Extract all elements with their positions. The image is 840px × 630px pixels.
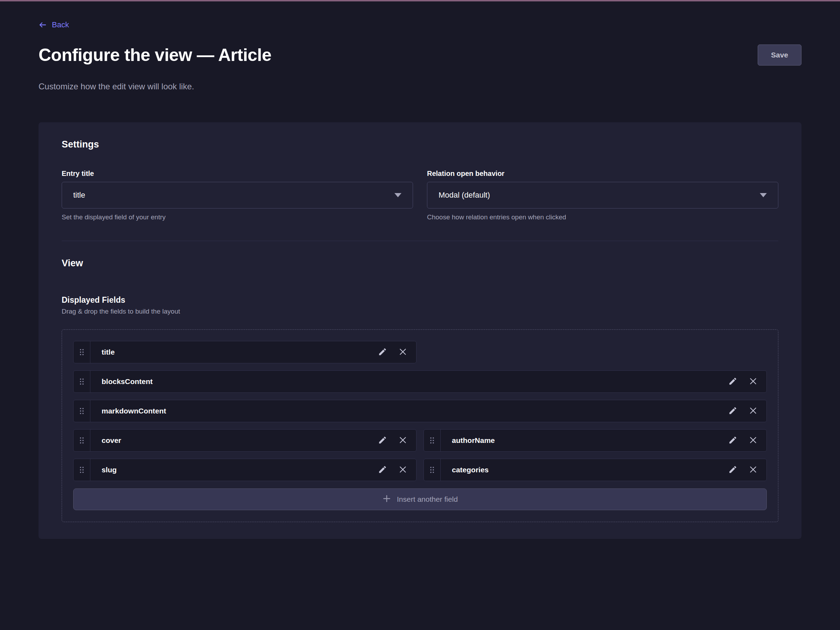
field-row-actions: [375, 341, 416, 363]
field-row-actions: [375, 429, 416, 451]
remove-field-button[interactable]: [745, 403, 761, 419]
page-subtitle: Customize how the edit view will look li…: [38, 82, 802, 92]
remove-field-button[interactable]: [395, 433, 411, 448]
field-row: markdownContent: [73, 400, 767, 422]
drag-handle-icon[interactable]: [74, 371, 90, 392]
chevron-down-icon: [760, 193, 767, 197]
plus-icon: [382, 494, 391, 505]
field-row-actions: [375, 459, 416, 481]
back-link[interactable]: Back: [38, 21, 69, 30]
header-row: Configure the view — Article Save: [38, 44, 802, 66]
entry-title-hint: Set the displayed field of your entry: [62, 213, 413, 221]
insert-field-button[interactable]: Insert another field: [73, 488, 767, 510]
fields-grid: title: [73, 341, 767, 510]
pencil-icon: [728, 436, 737, 446]
edit-field-button[interactable]: [725, 403, 741, 419]
relation-behavior-field: Relation open behavior Modal (default) C…: [427, 170, 778, 221]
field-label: categories: [441, 459, 725, 481]
pencil-icon: [378, 465, 387, 475]
displayed-fields-title: Displayed Fields: [62, 295, 778, 305]
remove-field-button[interactable]: [745, 374, 761, 389]
edit-field-button[interactable]: [375, 462, 390, 478]
chevron-down-icon: [395, 193, 401, 197]
insert-field-label: Insert another field: [397, 495, 458, 504]
close-icon: [748, 406, 758, 416]
fields-drop-zone: title: [62, 329, 778, 522]
close-icon: [748, 377, 758, 387]
entry-title-value: title: [73, 191, 85, 200]
configure-panel: Settings Entry title title Set the displ…: [38, 122, 802, 539]
pencil-icon: [378, 436, 387, 446]
field-row: authorName: [423, 429, 767, 452]
displayed-fields-subtitle: Drag & drop the fields to build the layo…: [62, 308, 778, 315]
pencil-icon: [728, 377, 737, 387]
pencil-icon: [728, 465, 737, 475]
relation-behavior-select[interactable]: Modal (default): [427, 182, 778, 208]
close-icon: [748, 465, 758, 475]
back-arrow-icon: [38, 21, 47, 29]
remove-field-button[interactable]: [395, 344, 411, 360]
field-label: authorName: [441, 429, 725, 451]
remove-field-button[interactable]: [395, 462, 411, 478]
field-row-actions: [725, 429, 766, 451]
field-row: categories: [423, 459, 767, 481]
relation-behavior-label: Relation open behavior: [427, 170, 778, 178]
save-button[interactable]: Save: [758, 44, 802, 66]
remove-field-button[interactable]: [745, 433, 761, 448]
entry-title-label: Entry title: [62, 170, 413, 178]
drag-handle-icon[interactable]: [74, 459, 90, 481]
pencil-icon: [378, 347, 387, 357]
page-title: Configure the view — Article: [38, 45, 272, 65]
edit-field-button[interactable]: [725, 433, 741, 448]
field-label: markdownContent: [90, 400, 725, 422]
edit-field-button[interactable]: [725, 374, 741, 389]
field-row: title: [73, 341, 417, 363]
entry-title-select[interactable]: title: [62, 182, 413, 208]
drag-handle-icon[interactable]: [424, 459, 441, 481]
field-label: blocksContent: [90, 371, 725, 392]
section-divider: [62, 241, 778, 241]
relation-behavior-value: Modal (default): [439, 191, 490, 200]
close-icon: [748, 436, 758, 446]
page-content: Back Configure the view — Article Save C…: [0, 2, 840, 539]
field-label: cover: [90, 429, 375, 451]
field-label: slug: [90, 459, 375, 481]
field-row: slug: [73, 459, 417, 481]
pencil-icon: [728, 406, 737, 416]
field-row: blocksContent: [73, 370, 767, 393]
entry-title-field: Entry title title Set the displayed fiel…: [62, 170, 413, 221]
close-icon: [398, 347, 407, 357]
settings-form: Entry title title Set the displayed fiel…: [62, 170, 778, 221]
field-row: cover: [73, 429, 417, 452]
drag-handle-icon[interactable]: [74, 429, 90, 451]
drag-handle-icon[interactable]: [74, 341, 90, 363]
drag-handle-icon[interactable]: [74, 400, 90, 422]
edit-field-button[interactable]: [725, 462, 741, 478]
edit-field-button[interactable]: [375, 433, 390, 448]
field-row-actions: [725, 459, 766, 481]
drag-handle-icon[interactable]: [424, 429, 441, 451]
field-label: title: [90, 341, 375, 363]
field-row-actions: [725, 371, 766, 392]
close-icon: [398, 436, 407, 446]
close-icon: [398, 465, 407, 475]
relation-behavior-hint: Choose how relation entries open when cl…: [427, 213, 778, 221]
edit-field-button[interactable]: [375, 344, 390, 360]
back-label: Back: [52, 21, 69, 30]
field-row-actions: [725, 400, 766, 422]
view-heading: View: [62, 258, 778, 269]
settings-heading: Settings: [62, 139, 778, 150]
remove-field-button[interactable]: [745, 462, 761, 478]
